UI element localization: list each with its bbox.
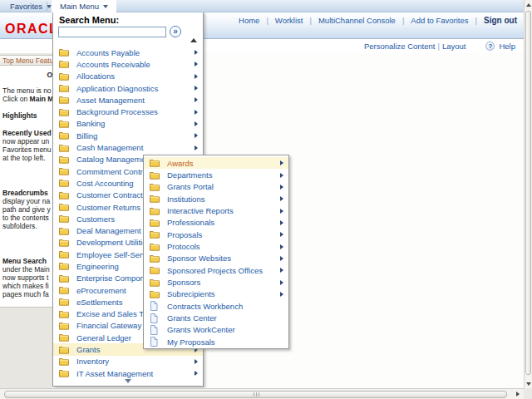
menu-arrow-icon	[195, 62, 198, 66]
folder-icon	[59, 262, 69, 270]
menu-item-label: Sponsors	[167, 278, 280, 287]
menu-item-sponsor-websites[interactable]: Sponsor Websites	[144, 253, 288, 264]
menu-item-accounts-receivable[interactable]: Accounts Receivable	[53, 58, 203, 70]
page-icon	[150, 313, 160, 323]
pagelet-text-line: now supports t	[2, 273, 57, 282]
menu-item-sponsored-projects-offices[interactable]: Sponsored Projects Offices	[144, 264, 288, 276]
menu-item-label: Accounts Payable	[76, 48, 195, 57]
menu-item-my-proposals[interactable]: My Proposals	[144, 336, 288, 347]
page-icon	[150, 301, 160, 311]
menu-item-institutions[interactable]: Institutions	[144, 193, 288, 204]
divider: |	[475, 16, 477, 25]
divider: |	[309, 16, 311, 25]
menu-item-asset-management[interactable]: Asset Management	[53, 94, 203, 106]
menu-item-grants-portal[interactable]: Grants Portal	[144, 181, 288, 193]
horizontal-scrollbar[interactable]	[0, 388, 524, 399]
menu-item-grants-center[interactable]: Grants Center	[144, 312, 288, 323]
search-go-button[interactable]: »	[170, 26, 181, 37]
folder-icon	[59, 60, 69, 68]
pagelet-text-line: which makes fi	[2, 282, 57, 290]
scroll-right-icon[interactable]	[516, 392, 520, 397]
folder-icon	[59, 72, 69, 81]
scroll-down-icon[interactable]	[125, 379, 131, 383]
menu-item-subrecipients[interactable]: Subrecipients	[144, 288, 288, 300]
folder-icon	[59, 131, 69, 140]
folder-icon	[59, 369, 69, 377]
peoplesoft-window: Top Menu Featu OThe menu is noClick on M…	[0, 0, 532, 399]
menu-item-grants-workcenter[interactable]: Grants WorkCenter	[144, 324, 288, 336]
menu-search-input[interactable]	[58, 27, 166, 37]
nav-link-worklist[interactable]: Worklist	[275, 16, 303, 25]
menu-item-application-diagnostics[interactable]: Application Diagnostics	[53, 82, 203, 94]
menu-item-professionals[interactable]: Professionals	[144, 217, 288, 229]
menu-item-label: Grants WorkCenter	[167, 325, 288, 334]
menu-item-label: Departments	[167, 170, 280, 180]
nav-link-multichannel-console[interactable]: MultiChannel Console	[318, 16, 396, 25]
menu-arrow-icon	[195, 86, 198, 91]
sign-out-link[interactable]: Sign out	[484, 16, 517, 25]
menu-item-banking[interactable]: Banking	[53, 118, 203, 130]
help-link[interactable]: Help	[499, 42, 515, 51]
folder-icon	[59, 227, 69, 235]
divider: |	[437, 42, 439, 51]
menu-item-label: Grants Center	[167, 313, 288, 323]
folder-icon	[59, 203, 69, 211]
menu-item-cash-management[interactable]: Cash Management	[53, 141, 203, 153]
pagelet-text-line: Click on Main M	[2, 95, 57, 103]
folder-icon	[59, 239, 69, 247]
menu-item-proposals[interactable]: Proposals	[144, 229, 288, 240]
folder-icon	[150, 195, 160, 203]
menu-item-label: Sponsored Projects Offices	[167, 266, 280, 275]
menu-item-label: Sponsor Websites	[167, 254, 280, 263]
top-menu-features-pagelet: Top Menu Featu OThe menu is noClick on M…	[0, 55, 58, 308]
folder-icon	[150, 219, 160, 227]
menu-item-label: Interactive Reports	[167, 206, 280, 215]
menu-item-departments[interactable]: Departments	[144, 169, 288, 180]
pagelet-text-line: The menu is no	[2, 86, 57, 95]
menu-item-protocols[interactable]: Protocols	[144, 240, 288, 252]
menu-arrow-icon	[280, 209, 283, 214]
main-menu-button[interactable]: Main Menu	[52, 0, 116, 12]
menu-item-accounts-payable[interactable]: Accounts Payable	[53, 47, 203, 58]
pagelet-title: Top Menu Featu	[2, 57, 53, 65]
banner-links: Home|Worklist|MultiChannel Console|Add t…	[239, 16, 517, 25]
folder-icon	[59, 84, 69, 92]
divider: |	[402, 16, 404, 25]
scroll-down-icon[interactable]	[526, 382, 531, 386]
menu-item-label: Allocations	[76, 71, 195, 81]
menu-arrow-icon	[195, 97, 198, 102]
pagelet-header: Top Menu Featu	[0, 55, 58, 66]
menu-item-interactive-reports[interactable]: Interactive Reports	[144, 204, 288, 216]
menu-arrow-icon	[280, 196, 283, 201]
menu-item-awards[interactable]: Awards	[144, 157, 288, 169]
scroll-up-icon[interactable]	[526, 3, 531, 7]
menu-arrow-icon	[195, 371, 198, 376]
horizontal-scrollbar-thumb[interactable]	[4, 391, 507, 398]
menu-item-label: Application Diagnostics	[76, 84, 195, 93]
vertical-scrollbar[interactable]	[524, 0, 532, 388]
layout-link[interactable]: Layout	[442, 42, 466, 51]
menu-item-label: Asset Management	[76, 96, 195, 105]
menu-item-label: Contracts Workbench	[167, 302, 288, 311]
vertical-scrollbar-thumb[interactable]	[525, 11, 531, 375]
scroll-up-icon[interactable]	[190, 38, 197, 42]
menu-item-it-asset-management[interactable]: IT Asset Management	[53, 367, 203, 379]
menu-item-sponsors[interactable]: Sponsors	[144, 276, 288, 288]
personalize-content-link[interactable]: Personalize Content	[364, 42, 436, 51]
menu-arrow-icon	[280, 292, 283, 297]
menu-item-billing[interactable]: Billing	[53, 130, 203, 141]
menubar-divider	[47, 2, 47, 11]
pagelet-text-line: Breadcrumbs	[2, 189, 57, 197]
pagelet-text-line: to the contents	[2, 214, 57, 222]
pagelet-text-line: pages much fa	[2, 290, 57, 298]
menu-item-contracts-workbench[interactable]: Contracts Workbench	[144, 300, 288, 312]
divider: |	[266, 16, 268, 25]
menu-item-background-processes[interactable]: Background Processes	[53, 106, 203, 117]
nav-link-add-to-favorites[interactable]: Add to Favorites	[411, 16, 468, 25]
menu-item-label: Grants Portal	[167, 182, 280, 191]
menu-item-inventory[interactable]: Inventory	[53, 356, 203, 367]
menu-item-allocations[interactable]: Allocations	[53, 71, 203, 82]
menu-item-label: Institutions	[167, 195, 280, 204]
nav-link-home[interactable]: Home	[239, 16, 259, 25]
pagelet-text-line: Favorites menu	[2, 145, 57, 154]
